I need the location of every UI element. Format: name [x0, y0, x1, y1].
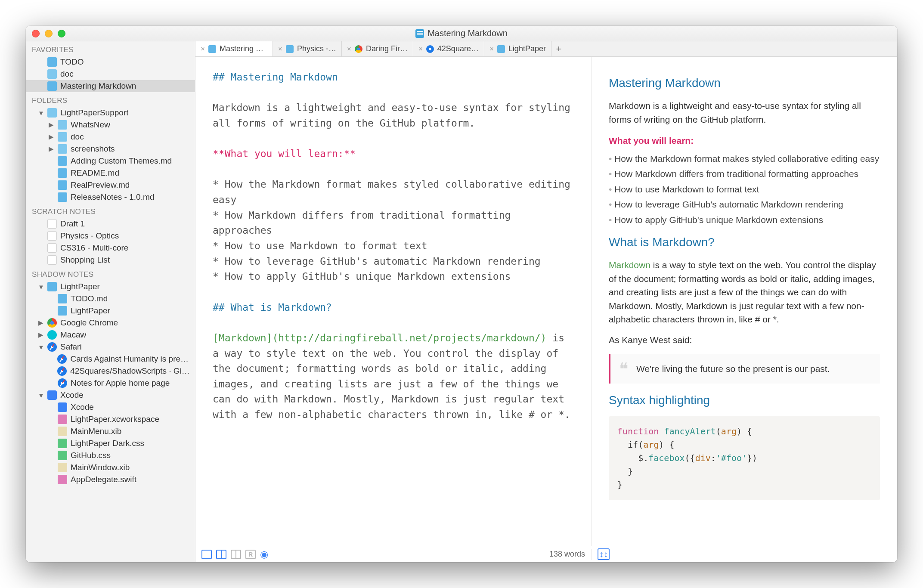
md-icon	[58, 192, 67, 202]
disclosure-triangle-icon[interactable]: ▼	[38, 109, 44, 117]
close-button[interactable]	[32, 30, 40, 37]
close-tab-icon[interactable]: ×	[489, 45, 494, 53]
sidebar-item[interactable]: Xcode	[26, 401, 195, 413]
disclosure-triangle-icon[interactable]: ▼	[38, 344, 44, 351]
xib-icon	[58, 427, 67, 436]
layout-single-icon[interactable]	[201, 550, 212, 559]
list-item: How to use Markdown to format text	[609, 183, 880, 196]
blank-icon	[47, 243, 57, 253]
list-item: How to apply GitHub's unique Markdown ex…	[609, 213, 880, 227]
sidebar-item-label: TODO.md	[71, 294, 108, 303]
blank-icon	[47, 255, 57, 265]
add-tab-button[interactable]: +	[551, 41, 566, 56]
close-tab-icon[interactable]: ×	[347, 45, 351, 53]
sidebar-item-label: Cards Against Humanity is pretty...	[70, 354, 191, 364]
folder-icon	[58, 132, 67, 142]
sidebar-item[interactable]: ▼LightPaperSupport	[26, 107, 195, 119]
sync-scroll-icon[interactable]: ↕↕	[598, 548, 610, 560]
disclosure-triangle-icon[interactable]: ▶	[38, 319, 44, 327]
disclosure-triangle-icon[interactable]: ▶	[38, 331, 44, 339]
close-tab-icon[interactable]: ×	[201, 45, 205, 53]
tab[interactable]: ×LightPaper	[484, 41, 551, 56]
sidebar-item[interactable]: AppDelegate.swift	[26, 473, 195, 486]
sidebar-item[interactable]: ▶screenshots	[26, 143, 195, 155]
tab-label: Daring Fir…	[366, 44, 408, 53]
zoom-button[interactable]	[58, 30, 65, 37]
folder-icon	[47, 108, 57, 118]
md-icon	[58, 306, 67, 316]
sidebar-item[interactable]: GitHub.css	[26, 449, 195, 461]
minimize-button[interactable]	[45, 30, 53, 37]
sidebar-item[interactable]: ▶doc	[26, 131, 195, 143]
sidebar-item[interactable]: CS316 - Multi-core	[26, 242, 195, 254]
sidebar-item-label: Safari	[60, 342, 82, 352]
disclosure-triangle-icon[interactable]: ▶	[48, 121, 54, 129]
sidebar-item[interactable]: MainWindow.xib	[26, 461, 195, 473]
layout-alt-icon[interactable]	[231, 550, 241, 559]
sidebar-item[interactable]: LightPaper Dark.css	[26, 437, 195, 449]
sidebar-item[interactable]: Mastering Markdown	[26, 80, 195, 92]
preview-heading: Syntax highlighting	[609, 391, 880, 409]
sidebar-item[interactable]: doc	[26, 68, 195, 80]
sidebar-item[interactable]: Notes for Apple home page	[26, 377, 195, 389]
close-tab-icon[interactable]: ×	[418, 45, 423, 53]
preview-link[interactable]: Markdown	[609, 260, 650, 270]
sidebar-item[interactable]: 42Squares/ShadowScripts · GitHub	[26, 365, 195, 377]
sidebar-item-label: Macaw	[60, 330, 86, 340]
folder-icon	[58, 144, 67, 154]
sidebar-item[interactable]: Adding Custom Themes.md	[26, 155, 195, 167]
disclosure-triangle-icon[interactable]: ▶	[48, 145, 54, 153]
sidebar-item-label: doc	[60, 69, 74, 79]
sidebar-item[interactable]: RealPreview.md	[26, 179, 195, 191]
editor-text: [Markdown](http://daringfireball.net/pro…	[213, 331, 574, 423]
editor-pane[interactable]: ## Mastering Markdown Markdown is a ligh…	[195, 57, 592, 546]
editor-heading: ## Mastering Markdown	[213, 70, 574, 85]
close-tab-icon[interactable]: ×	[278, 45, 282, 53]
tab[interactable]: ×Physics -…	[273, 41, 342, 56]
sidebar-item[interactable]: ▶Macaw	[26, 329, 195, 341]
doc-icon	[47, 282, 57, 291]
sidebar-item[interactable]: Shopping List	[26, 254, 195, 266]
sidebar-item[interactable]: README.md	[26, 167, 195, 179]
sidebar-item-label: Notes for Apple home page	[71, 378, 170, 388]
sidebar-item-label: TODO	[60, 57, 84, 67]
layout-r-icon[interactable]: R	[245, 550, 256, 559]
editor-bold: **What you will learn:**	[213, 146, 574, 162]
sidebar-item[interactable]: Cards Against Humanity is pretty...	[26, 353, 195, 365]
sidebar-item[interactable]: TODO.md	[26, 293, 195, 305]
xcode-icon	[58, 402, 67, 412]
sidebar-item-label: WhatsNew	[71, 120, 110, 130]
sidebar-item[interactable]: ▶WhatsNew	[26, 119, 195, 131]
disclosure-triangle-icon[interactable]: ▼	[38, 283, 44, 291]
layout-split-icon[interactable]	[216, 550, 226, 559]
sidebar-item[interactable]: Physics - Optics	[26, 230, 195, 242]
sidebar-item[interactable]: LightPaper.xcworkspace	[26, 413, 195, 425]
section-scratch: SCRATCH NOTES	[26, 203, 195, 218]
safari-icon	[58, 378, 67, 388]
tab[interactable]: ×Daring Fir…	[342, 41, 413, 56]
disclosure-triangle-icon[interactable]: ▼	[38, 392, 44, 399]
macaw-icon	[47, 330, 57, 340]
titlebar: Mastering Markdown	[26, 26, 897, 41]
sidebar-item[interactable]: LightPaper	[26, 305, 195, 317]
tab[interactable]: ×42Square…	[413, 41, 484, 56]
sidebar-item[interactable]: ReleaseNotes - 1.0.md	[26, 191, 195, 203]
sidebar-item[interactable]: ▼Xcode	[26, 389, 195, 401]
preview-text: As Kanye West said:	[609, 333, 880, 347]
sidebar-item[interactable]: TODO	[26, 56, 195, 68]
sidebar-item[interactable]: Draft 1	[26, 218, 195, 230]
sidebar-item-label: Draft 1	[60, 219, 85, 229]
tab[interactable]: ×Mastering Mar…	[195, 41, 273, 56]
sidebar-item[interactable]: MainMenu.xib	[26, 425, 195, 437]
disclosure-triangle-icon[interactable]: ▶	[48, 133, 54, 141]
sidebar-item[interactable]: ▼Safari	[26, 341, 195, 353]
sidebar-item-label: screenshots	[71, 144, 115, 154]
preview-toggle-icon[interactable]: ◉	[260, 549, 268, 560]
doc-icon	[47, 57, 57, 67]
folder-icon	[47, 69, 57, 79]
safari-icon	[426, 45, 434, 53]
sidebar-item[interactable]: ▼LightPaper	[26, 281, 195, 293]
blank-icon	[47, 231, 57, 241]
app-window: Mastering Markdown FAVORITES TODOdocMast…	[26, 26, 897, 562]
sidebar-item[interactable]: ▶Google Chrome	[26, 317, 195, 329]
